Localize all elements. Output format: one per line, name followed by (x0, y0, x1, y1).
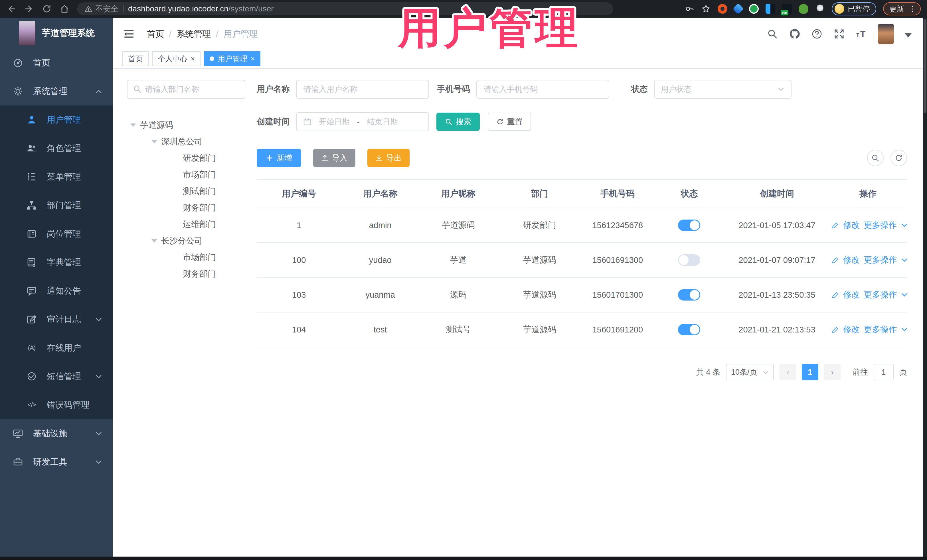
tab-close-icon[interactable]: × (251, 55, 255, 62)
sidebar-fold-icon[interactable] (123, 28, 135, 40)
tab-profile[interactable]: 个人中心 × (152, 51, 201, 66)
sidebar-item-dept-mgmt[interactable]: 部门管理 (0, 191, 112, 220)
help-icon[interactable] (811, 28, 823, 39)
status-select[interactable]: 用户状态 (654, 80, 792, 99)
toggle-search-button[interactable] (867, 150, 884, 166)
export-button[interactable]: 导出 (368, 149, 410, 167)
table-toolbar: 新增 导入 导出 (257, 149, 907, 167)
sidebar-item-infrastructure[interactable]: 基础设施 (0, 419, 112, 448)
browser-back-icon[interactable] (6, 4, 17, 14)
sidebar-item-menu-mgmt[interactable]: 菜单管理 (0, 162, 112, 191)
dept-search-input[interactable] (127, 80, 245, 99)
sidebar-item-audit-log[interactable]: 审计日志 (0, 305, 112, 334)
tree-node[interactable]: 运维部门 (127, 216, 245, 233)
cell-dept: 芋道源码 (497, 254, 582, 266)
browser-home-icon[interactable] (59, 4, 70, 14)
sidebar-item-home[interactable]: 首页 (0, 49, 112, 77)
next-page-button[interactable]: › (824, 364, 840, 380)
status-toggle[interactable] (678, 220, 700, 231)
site-security-indicator[interactable]: 不安全 (84, 4, 119, 14)
extension-green-icon[interactable] (749, 4, 759, 14)
current-page-button[interactable]: 1 (802, 364, 818, 380)
date-range-picker[interactable]: 开始日期 - 结束日期 (296, 112, 429, 131)
edit-link[interactable]: 修改 (843, 324, 860, 335)
edit-link[interactable]: 修改 (843, 254, 860, 266)
more-actions-link[interactable]: 更多操作 (864, 324, 897, 335)
tree-node[interactable]: 市场部门 (127, 249, 245, 266)
tab-home[interactable]: 首页 (122, 51, 149, 66)
breadcrumb-home[interactable]: 首页 (147, 28, 164, 40)
mobile-input[interactable] (476, 80, 609, 99)
sidebar-item-role-mgmt[interactable]: 角色管理 (0, 134, 112, 162)
browser-reload-icon[interactable] (42, 4, 52, 14)
github-icon[interactable] (789, 28, 800, 39)
font-size-icon[interactable]: тT (856, 28, 867, 39)
browser-address-bar[interactable]: 不安全 dashboard.yudao.iocoder.cn/system/us… (77, 2, 613, 15)
add-button[interactable]: 新增 (257, 149, 301, 167)
tree-expand-icon[interactable] (152, 140, 157, 143)
extension-switch-icon[interactable]: on (782, 4, 792, 14)
scrollbar-thumb[interactable] (924, 19, 926, 113)
sidebar-item-dict-mgmt[interactable]: 字典管理 (0, 248, 112, 276)
sidebar-item-system[interactable]: 系统管理 (0, 77, 112, 106)
bookmark-star-icon[interactable] (701, 4, 711, 14)
search-button[interactable]: 搜索 (436, 112, 480, 131)
sidebar-item-notice[interactable]: 通知公告 (0, 276, 112, 305)
page-scrollbar[interactable] (923, 18, 927, 560)
import-button[interactable]: 导入 (313, 149, 356, 167)
username-input[interactable] (296, 80, 429, 99)
extension-ubuntu-icon[interactable] (718, 4, 727, 14)
more-actions-link[interactable]: 更多操作 (864, 289, 897, 300)
tree-node[interactable]: 测试部门 (127, 183, 245, 200)
sidebar-item-post-mgmt[interactable]: 岗位管理 (0, 220, 112, 248)
sidebar-logo[interactable]: 芋道管理系统 (0, 18, 112, 49)
status-toggle[interactable] (678, 324, 700, 335)
edit-link[interactable]: 修改 (843, 289, 860, 300)
password-key-icon[interactable] (685, 4, 694, 14)
status-toggle[interactable] (678, 254, 700, 266)
extension-gem-icon[interactable] (732, 3, 744, 15)
tree-node[interactable]: 长沙分公司 (127, 233, 245, 249)
browser-menu-kebab-icon[interactable]: ⋮ (909, 5, 916, 12)
refresh-table-button[interactable] (891, 150, 907, 166)
status-toggle[interactable] (678, 289, 700, 300)
edit-link[interactable]: 修改 (843, 220, 860, 231)
sidebar-item-user-mgmt[interactable]: 用户管理 (0, 106, 112, 134)
tree-node-label: 研发部门 (183, 153, 216, 164)
extension-squares-icon[interactable] (766, 4, 775, 14)
page-size-select[interactable]: 10条/页 (726, 364, 774, 380)
tree-expand-icon[interactable] (130, 123, 136, 127)
user-avatar[interactable] (878, 24, 894, 44)
cell-nickname: 芋道源码 (419, 220, 497, 231)
sidebar-item-dev-tools[interactable]: 研发工具 (0, 448, 112, 476)
more-actions-link[interactable]: 更多操作 (864, 254, 897, 266)
search-icon[interactable] (767, 28, 778, 39)
tree-node[interactable]: 财务部门 (127, 266, 245, 282)
tab-user-mgmt[interactable]: 用户管理 × (204, 51, 260, 66)
more-actions-link[interactable]: 更多操作 (864, 220, 897, 231)
browser-profile-button[interactable]: 已暂停 (832, 2, 876, 15)
date-end-placeholder: 结束日期 (367, 117, 398, 127)
sidebar-item-error-code[interactable]: </> 错误码管理 (0, 391, 112, 419)
tree-node[interactable]: 财务部门 (127, 200, 245, 216)
tree-node[interactable]: 研发部门 (127, 150, 245, 167)
browser-forward-icon[interactable] (24, 4, 34, 14)
prev-page-button[interactable]: ‹ (780, 364, 796, 380)
extension-mascot-icon[interactable] (799, 4, 808, 14)
extensions-puzzle-icon[interactable] (815, 4, 825, 14)
goto-page-input[interactable] (874, 364, 894, 380)
breadcrumb-system[interactable]: 系统管理 (176, 28, 211, 40)
tree-node-root[interactable]: 芋道源码 (127, 117, 245, 134)
sidebar-item-online-users[interactable]: (A) 在线用户 (0, 334, 112, 362)
tree-expand-icon[interactable] (152, 239, 157, 243)
tree-node[interactable]: 深圳总公司 (127, 134, 245, 150)
tree-node[interactable]: 市场部门 (127, 167, 245, 183)
browser-update-button[interactable]: 更新 ⋮ (883, 2, 921, 15)
code-icon: </> (26, 399, 37, 410)
bottom-edge (0, 557, 927, 560)
tab-close-icon[interactable]: × (191, 55, 195, 62)
avatar-caret-icon[interactable] (905, 33, 912, 37)
reset-button[interactable]: 重置 (488, 112, 531, 131)
sidebar-item-sms-mgmt[interactable]: 短信管理 (0, 362, 112, 391)
fullscreen-icon[interactable] (833, 28, 845, 39)
